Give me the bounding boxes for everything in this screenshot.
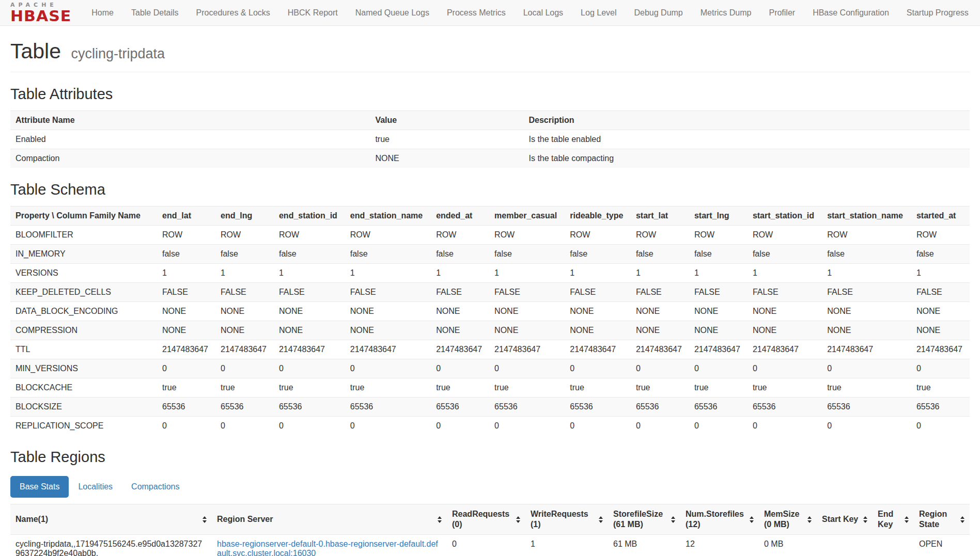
schema-property-cell: COMPRESSION xyxy=(10,321,157,340)
table-cell: false xyxy=(215,245,274,264)
region-cell-region-state: OPEN xyxy=(914,535,970,556)
table-cell: 2147483647 xyxy=(157,340,215,359)
nav-item-hbck-report[interactable]: HBCK Report xyxy=(279,0,347,26)
sortable-column-header-num-storefiles-12[interactable]: Num.Storefiles (12) xyxy=(680,504,759,535)
sortable-column-header-readrequests-0[interactable]: ReadRequests (0) xyxy=(447,504,525,535)
navbar-menu: HomeTable DetailsProcedures & LocksHBCK … xyxy=(83,0,977,26)
table-cell: 1 xyxy=(157,264,215,283)
nav-item-log-level[interactable]: Log Level xyxy=(572,0,625,26)
nav-item-debug-dump[interactable]: Debug Dump xyxy=(625,0,691,26)
sort-up-arrow-icon xyxy=(960,516,965,519)
nav-item-local-logs[interactable]: Local Logs xyxy=(515,0,572,26)
table-cell: 2147483647 xyxy=(274,340,345,359)
column-header-property: Property \ Column Family Name xyxy=(10,206,157,226)
hbase-logo[interactable]: APACHE HBASE xyxy=(10,2,71,24)
table-cell: false xyxy=(631,245,689,264)
table-cell: false xyxy=(911,245,970,264)
schema-property-cell: VERSIONS xyxy=(10,264,157,283)
region-cell-num-storefiles-12: 12 xyxy=(680,535,759,556)
logo-hbase-text: HBASE xyxy=(10,8,71,23)
schema-property-cell: BLOCKCACHE xyxy=(10,378,157,398)
sortable-column-header-name-1[interactable]: Name(1) xyxy=(10,504,212,535)
column-header-ended-at: ended_at xyxy=(431,206,489,226)
table-cell: false xyxy=(274,245,345,264)
column-header-end-lng: end_lng xyxy=(215,206,274,226)
nav-item-named-queue-logs[interactable]: Named Queue Logs xyxy=(347,0,438,26)
table-cell: FALSE xyxy=(431,283,489,302)
sort-up-arrow-icon xyxy=(863,516,867,519)
logo-apache-text: APACHE xyxy=(10,2,71,8)
sortable-column-header-region-state[interactable]: Region State xyxy=(914,504,970,535)
sortable-column-header-memsize-0-mb[interactable]: MemSize (0 MB) xyxy=(759,504,817,535)
region-cell-start-key xyxy=(817,535,873,556)
page-header: Table cycling-tripdata xyxy=(10,39,970,72)
table-cell: 65536 xyxy=(911,398,970,417)
region-cell-region-server: hbase-regionserver-default-0.hbase-regio… xyxy=(212,535,447,556)
table-cell: 65536 xyxy=(822,398,911,417)
sortable-column-header-storefilesize-61-mb[interactable]: StorefileSize (61 MB) xyxy=(608,504,680,535)
table-cell: 0 xyxy=(911,359,970,378)
table-cell: NONE xyxy=(748,321,822,340)
table-cell: 0 xyxy=(689,417,748,436)
nav-item-startup-progress[interactable]: Startup Progress xyxy=(898,0,977,26)
table-cell: NONE xyxy=(631,302,689,321)
column-header-content: End Key xyxy=(878,509,909,530)
table-cell: 1 xyxy=(911,264,970,283)
table-cell: 0 xyxy=(822,417,911,436)
sortable-column-header-writerequests-1[interactable]: WriteRequests (1) xyxy=(525,504,608,535)
nav-item-hbase-configuration[interactable]: HBase Configuration xyxy=(804,0,898,26)
table-cell: ROW xyxy=(157,226,215,245)
nav-item-profiler[interactable]: Profiler xyxy=(760,0,804,26)
table-row: CompactionNONEIs the table compacting xyxy=(10,149,970,168)
table-cell: NONE xyxy=(565,321,631,340)
table-cell: Is the table compacting xyxy=(523,149,970,168)
table-cell: true xyxy=(489,378,565,398)
region-cell-writerequests-1: 1 xyxy=(525,535,608,556)
sortable-column-header-end-key[interactable]: End Key xyxy=(873,504,914,535)
schema-property-cell: TTL xyxy=(10,340,157,359)
table-cell: false xyxy=(822,245,911,264)
column-header-content: Num.Storefiles (12) xyxy=(686,509,754,530)
tab-base-stats-link[interactable]: Base Stats xyxy=(10,476,69,498)
column-header-member-casual: member_casual xyxy=(489,206,565,226)
nav-item-procedures-locks[interactable]: Procedures & Locks xyxy=(188,0,279,26)
nav-item-table-details[interactable]: Table Details xyxy=(122,0,188,26)
table-cell: 2147483647 xyxy=(911,340,970,359)
table-cell: FALSE xyxy=(215,283,274,302)
table-cell: 1 xyxy=(822,264,911,283)
sort-up-arrow-icon xyxy=(807,516,812,519)
table-cell: NONE xyxy=(431,302,489,321)
table-cell: 65536 xyxy=(157,398,215,417)
table-cell: true xyxy=(370,130,523,149)
table-cell: 0 xyxy=(489,359,565,378)
tab-localities-link[interactable]: Localities xyxy=(69,476,122,498)
table-row: KEEP_DELETED_CELLSFALSEFALSEFALSEFALSEFA… xyxy=(10,283,970,302)
table-cell: true xyxy=(431,378,489,398)
table-cell: 2147483647 xyxy=(689,340,748,359)
schema-heading: Table Schema xyxy=(10,181,970,198)
table-cell: 2147483647 xyxy=(822,340,911,359)
table-cell: 1 xyxy=(345,264,431,283)
table-cell: 1 xyxy=(631,264,689,283)
nav-item-home[interactable]: Home xyxy=(83,0,122,26)
nav-item-metrics-dump[interactable]: Metrics Dump xyxy=(692,0,760,26)
table-cell: true xyxy=(748,378,822,398)
column-header-content: Region Server xyxy=(217,514,442,525)
sortable-column-header-region-server[interactable]: Region Server xyxy=(212,504,447,535)
column-header-content: Region State xyxy=(919,509,965,530)
table-cell: 65536 xyxy=(565,398,631,417)
table-row: BLOCKSIZE6553665536655366553665536655366… xyxy=(10,398,970,417)
table-cell: NONE xyxy=(431,321,489,340)
column-header-start-lng: start_lng xyxy=(689,206,748,226)
table-cell: 65536 xyxy=(274,398,345,417)
sortable-column-header-start-key[interactable]: Start Key xyxy=(817,504,873,535)
region-server-link[interactable]: hbase-regionserver-default-0.hbase-regio… xyxy=(217,539,438,556)
column-header-label: ReadRequests (0) xyxy=(452,509,513,530)
nav-item-process-metrics[interactable]: Process Metrics xyxy=(438,0,515,26)
sort-icon xyxy=(750,516,754,523)
column-header-label: Num.Storefiles (12) xyxy=(686,509,746,530)
table-cell: 2147483647 xyxy=(489,340,565,359)
table-cell: 0 xyxy=(345,417,431,436)
tab-compactions-link[interactable]: Compactions xyxy=(122,476,189,498)
table-cell: 0 xyxy=(274,417,345,436)
